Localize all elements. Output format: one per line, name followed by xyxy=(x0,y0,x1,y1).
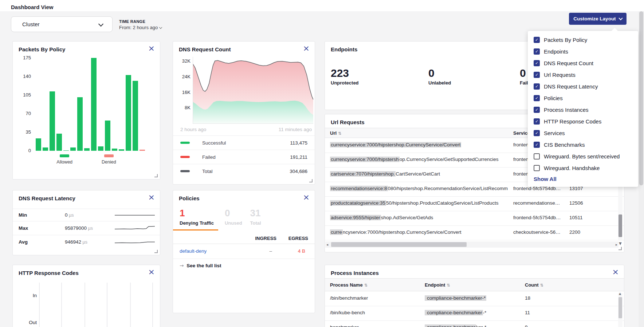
bar-allowed[interactable] xyxy=(77,97,83,151)
bar-allowed[interactable] xyxy=(126,75,131,151)
row-label-out: Out xyxy=(19,320,37,325)
checkbox-checked-icon[interactable]: ✓ xyxy=(534,60,540,66)
checkbox-checked-icon[interactable]: ✓ xyxy=(534,142,540,148)
column-header-count[interactable]: Count⇅ xyxy=(525,282,543,288)
menu-item-wireguard-handshake[interactable]: Wireguard. Handshake xyxy=(528,162,638,174)
y-tick-label: 35 xyxy=(16,129,31,135)
scroll-down-icon[interactable]: ▼ xyxy=(619,241,622,245)
stat-unused[interactable]: 0 Unused xyxy=(225,208,242,226)
scrollbar-thumb[interactable] xyxy=(619,214,622,237)
gridline xyxy=(85,283,85,327)
menu-item-label: Url Requests xyxy=(544,72,576,78)
menu-item-http-response-codes[interactable]: ✓HTTP Response Codes xyxy=(528,115,638,127)
scroll-left-icon[interactable]: ◂ xyxy=(326,243,328,247)
table-row[interactable]: currencyservice:7000/hipstershop.Currenc… xyxy=(325,225,624,240)
menu-item-label: Wireguard. Bytes sent/received xyxy=(544,153,620,159)
bar-allowed[interactable] xyxy=(133,81,138,151)
chevron-down-icon xyxy=(98,21,103,27)
bar-denied[interactable] xyxy=(140,150,145,151)
time-range-control[interactable]: TIME RANGE From: 2 hours ago xyxy=(119,19,162,30)
latency-unit: µs xyxy=(81,240,87,245)
stat-total[interactable]: 31 Total xyxy=(250,208,261,226)
close-icon[interactable]: × xyxy=(148,193,155,201)
checkbox-checked-icon[interactable]: ✓ xyxy=(534,118,540,125)
table-row[interactable]: adservice:9555/hipstershop.AdService/Get… xyxy=(325,211,624,226)
menu-item-label: DNS Request Count xyxy=(544,60,593,66)
menu-items: ✓Packets By Policy✓Endpoints✓DNS Request… xyxy=(528,31,638,174)
sort-icon: ⇅ xyxy=(540,283,543,288)
checkbox-checked-icon[interactable]: ✓ xyxy=(534,95,540,101)
menu-item-policies[interactable]: ✓Policies xyxy=(528,92,638,104)
column-header-process-name[interactable]: Process Name⇅ xyxy=(330,282,368,288)
show-all-link[interactable]: Show All xyxy=(528,176,638,182)
page-scrollbar[interactable] xyxy=(639,11,644,327)
checkbox-checked-icon[interactable]: ✓ xyxy=(534,72,540,78)
scrollbar-thumb[interactable] xyxy=(619,297,622,318)
bar-allowed[interactable] xyxy=(70,147,76,151)
bar-allowed[interactable] xyxy=(36,138,41,151)
menu-item-wireguard-bytes-sent-received[interactable]: Wireguard. Bytes sent/received xyxy=(528,150,638,162)
checkbox-checked-icon[interactable]: ✓ xyxy=(534,48,540,55)
resize-grip[interactable] xyxy=(619,247,622,250)
bar-allowed[interactable] xyxy=(43,147,48,151)
table-row[interactable]: productcatalogservice:3550/hipstershop.P… xyxy=(325,196,624,211)
scrollbar-thumb[interactable] xyxy=(331,242,467,247)
close-icon[interactable]: × xyxy=(303,193,310,201)
policy-row[interactable]: default-deny – 4 B xyxy=(173,244,315,259)
bar-allowed[interactable] xyxy=(63,150,69,151)
bar-allowed[interactable] xyxy=(91,58,97,151)
scrollbar-thumb[interactable] xyxy=(639,11,643,185)
checkbox-checked-icon[interactable]: ✓ xyxy=(534,37,540,43)
menu-item-dns-request-count[interactable]: ✓DNS Request Count xyxy=(528,57,638,69)
checkbox-unchecked-icon[interactable] xyxy=(534,153,540,159)
menu-item-cis-benchmarks[interactable]: ✓CIS Benchmarks xyxy=(528,139,638,150)
bar-allowed[interactable] xyxy=(56,134,62,151)
table-row[interactable]: /bin/benchmarkercompliance-benchmarker-*… xyxy=(325,291,624,306)
bar-allowed[interactable] xyxy=(119,149,124,151)
menu-item-endpoints[interactable]: ✓Endpoints xyxy=(528,46,638,57)
scroll-right-icon[interactable]: ▸ xyxy=(616,243,617,247)
bar-chart-legend: AllowedDenied xyxy=(13,154,160,165)
process-instances-card: Process Instances × Process Name⇅ Endpoi… xyxy=(325,265,624,327)
bar-allowed[interactable] xyxy=(98,146,103,151)
column-header-endpoint[interactable]: Endpoint⇅ xyxy=(425,282,450,288)
close-icon[interactable]: × xyxy=(612,268,619,276)
menu-item-packets-by-policy[interactable]: ✓Packets By Policy xyxy=(528,34,638,46)
close-icon[interactable]: × xyxy=(303,44,310,52)
bar-allowed[interactable] xyxy=(50,91,55,151)
menu-item-services[interactable]: ✓Services xyxy=(528,127,638,139)
url-highlight: productcatalogservice:35 xyxy=(330,200,386,206)
close-icon[interactable]: × xyxy=(148,268,155,276)
menu-item-url-requests[interactable]: ✓Url Requests xyxy=(528,69,638,80)
horizontal-scrollbar[interactable]: ◂ ▸ xyxy=(325,241,619,248)
resize-grip[interactable] xyxy=(154,250,158,253)
resize-grip[interactable] xyxy=(154,174,158,177)
vertical-scrollbar[interactable]: ▲ xyxy=(618,293,623,327)
checkbox-checked-icon[interactable]: ✓ xyxy=(534,83,540,90)
url-cell: currencyservice:7000/hipstershop.Currenc… xyxy=(330,229,511,235)
stat-unlabeled: 0 Unlabeled xyxy=(428,67,451,86)
column-header-url[interactable]: Url⇅ xyxy=(330,130,341,136)
table-header: Process Name⇅ Endpoint⇅ Count⇅ xyxy=(325,278,624,291)
bar-allowed[interactable] xyxy=(112,149,117,151)
checkbox-checked-icon[interactable]: ✓ xyxy=(534,107,540,113)
table-row[interactable]: benchmarkercompliance-benchmarker-*9 xyxy=(325,320,624,327)
legend-label: Total xyxy=(202,169,213,174)
legend-denied: Denied xyxy=(102,154,116,165)
see-full-list-link[interactable]: →See the full list xyxy=(180,263,221,268)
menu-item-process-instances[interactable]: ✓Process Instances xyxy=(528,104,638,115)
bar-allowed[interactable] xyxy=(84,148,90,151)
bar-allowed[interactable] xyxy=(105,121,110,151)
table-row[interactable]: /bin/kube-benchcompliance-benchmarker-*1… xyxy=(325,306,624,321)
latency-sparkline xyxy=(115,211,155,220)
menu-item-dns-request-latency[interactable]: ✓DNS Request Latency xyxy=(528,80,638,92)
resize-grip[interactable] xyxy=(309,179,313,182)
checkbox-checked-icon[interactable]: ✓ xyxy=(534,130,540,136)
stat-denying-traffic[interactable]: 1 Denying Traffic xyxy=(173,208,218,231)
view-selector[interactable]: Cluster xyxy=(11,16,113,32)
customize-layout-button[interactable]: Customize Layout xyxy=(569,13,627,25)
scroll-up-icon[interactable]: ▲ xyxy=(619,292,621,295)
policy-name-link[interactable]: default-deny xyxy=(180,248,207,254)
checkbox-unchecked-icon[interactable] xyxy=(534,165,540,171)
close-icon[interactable]: × xyxy=(148,44,155,52)
